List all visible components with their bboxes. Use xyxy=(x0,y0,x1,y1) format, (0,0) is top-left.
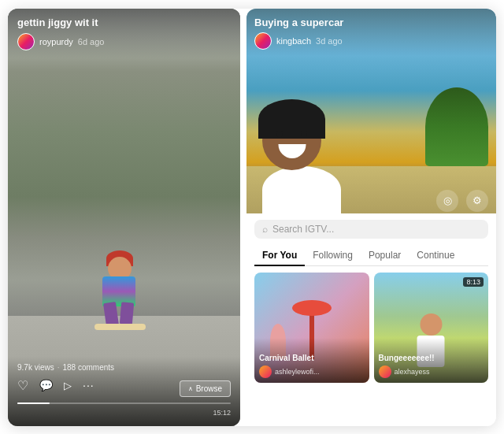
tab-popular[interactable]: Popular xyxy=(361,245,409,265)
trees-background xyxy=(425,87,488,166)
thumb-2-duration: 8:13 xyxy=(463,277,484,287)
chevron-up-icon: ∧ xyxy=(188,385,193,392)
thumb-1-username: ashleylewofi... xyxy=(275,368,320,376)
left-top-bar: gettin jiggy wit it roypurdy 6d ago xyxy=(8,9,240,58)
stats-row: 9.7k views · 188 comments xyxy=(17,363,231,372)
carousel-top xyxy=(292,300,332,316)
right-video-person xyxy=(262,111,341,213)
person-eye-left xyxy=(276,131,283,137)
skater-torso xyxy=(102,276,135,306)
browse-button[interactable]: ∧ Browse xyxy=(180,380,231,397)
person-shoulder xyxy=(262,166,341,213)
thumb-2-title: Bungeeeeeee!! xyxy=(379,354,484,362)
more-icon[interactable]: ··· xyxy=(83,379,94,391)
tab-for-you[interactable]: For You xyxy=(254,245,305,265)
actions-row: ♡ 💬 ▷ ··· xyxy=(17,378,94,393)
thumb-2-username: alexhayess xyxy=(395,368,430,376)
left-bottom-bar: 9.7k views · 188 comments ♡ 💬 ▷ ··· ∧ Br… xyxy=(8,357,240,426)
app-container: gettin jiggy wit it roypurdy 6d ago 9.7k… xyxy=(8,9,496,426)
left-username[interactable]: roypurdy xyxy=(39,37,73,46)
thumb-1-title: Carnival Ballet xyxy=(259,354,365,362)
tab-continue[interactable]: Continue xyxy=(409,245,462,265)
right-top-video: Buying a supercar kingbach 3d ago ◎ ⚙ xyxy=(246,9,496,213)
comments-count: 188 comments xyxy=(62,363,114,372)
play-pause-row: ♡ 💬 ▷ ··· ∧ Browse xyxy=(17,378,231,399)
thumbnails-row: Carnival Ballet ashleylewofi... 8:13 xyxy=(246,273,496,383)
right-username[interactable]: kingbach xyxy=(276,36,311,46)
right-avatar xyxy=(254,32,272,50)
person-smile xyxy=(278,144,306,158)
views-count: 9.7k views xyxy=(17,363,54,372)
skater-right-leg xyxy=(119,302,133,325)
progress-bar-container[interactable] xyxy=(17,402,231,404)
person-head xyxy=(262,111,321,170)
progress-bar-fill xyxy=(17,402,50,404)
right-controls: ⌕ Search IGTV... For You Following Popul… xyxy=(246,213,496,266)
skateboard xyxy=(94,324,146,330)
tabs-row: For You Following Popular Continue xyxy=(254,245,488,266)
thumb-1-bottom: Carnival Ballet ashleylewofi... xyxy=(254,338,369,383)
thumbnail-carnival[interactable]: Carnival Ballet ashleylewofi... xyxy=(254,273,369,383)
skater-figure xyxy=(98,257,142,324)
right-video-panel: Buying a supercar kingbach 3d ago ◎ ⚙ xyxy=(246,9,496,426)
settings-button[interactable]: ⚙ xyxy=(466,190,488,212)
thumb-1-avatar xyxy=(259,365,272,378)
left-time-ago: 6d ago xyxy=(78,37,105,46)
profile-ring-button[interactable]: ◎ xyxy=(436,190,458,212)
search-placeholder-text: Search IGTV... xyxy=(272,224,334,235)
right-time-ago: 3d ago xyxy=(316,36,343,46)
right-icons-row: ◎ ⚙ xyxy=(436,190,488,212)
thumb-2-user-row: alexhayess xyxy=(379,365,484,378)
left-avatar xyxy=(17,33,35,50)
heart-icon[interactable]: ♡ xyxy=(17,378,28,393)
profile-ring-icon: ◎ xyxy=(443,195,452,206)
thumb-2-avatar xyxy=(379,365,391,378)
left-user-info: roypurdy 6d ago xyxy=(17,33,231,50)
right-top-info: Buying a supercar kingbach 3d ago xyxy=(254,17,343,50)
left-video-title: gettin jiggy wit it xyxy=(17,17,231,28)
search-icon: ⌕ xyxy=(262,224,268,235)
video-duration: 15:12 xyxy=(17,409,231,417)
share-icon[interactable]: ▷ xyxy=(64,380,72,391)
tab-following[interactable]: Following xyxy=(305,245,361,265)
comment-icon[interactable]: 💬 xyxy=(39,379,53,391)
thumb-1-user-row: ashleylewofi... xyxy=(259,365,365,378)
gear-icon: ⚙ xyxy=(472,195,482,206)
right-video-title: Buying a supercar xyxy=(254,17,343,28)
right-user-info: kingbach 3d ago xyxy=(254,32,343,50)
browse-label: Browse xyxy=(196,384,222,393)
left-video-panel: gettin jiggy wit it roypurdy 6d ago 9.7k… xyxy=(8,9,240,426)
person-eye-right xyxy=(301,131,307,137)
thumb-2-bottom: Bungeeeeeee!! alexhayess xyxy=(374,338,489,383)
outdoor-person-head xyxy=(420,313,442,336)
search-bar[interactable]: ⌕ Search IGTV... xyxy=(254,220,488,239)
thumbnail-bungee[interactable]: 8:13 Bungeeeeeee!! alexhayess xyxy=(374,273,489,383)
person-hat xyxy=(258,99,325,139)
